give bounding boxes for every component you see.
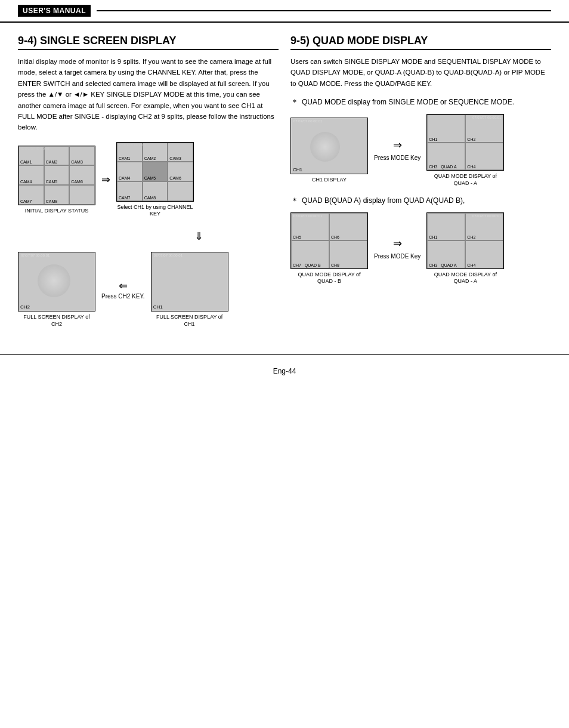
quad-a2-ch4: CH4 <box>465 240 503 269</box>
sel-cam-cell-6: CAM6 <box>168 162 193 181</box>
quad-b-grid: 07/07/07 00:00:01 CH5 CH6 CH7 QUAD B CH8 <box>290 212 368 269</box>
selected-grid: 07/01/05 00:00:01 CAM1 CAM2 CAM3 CAM4 CA… <box>116 142 194 202</box>
footer-label: Eng-44 <box>273 367 296 375</box>
cam-cell-8: CAM8 <box>44 185 70 205</box>
press-ch2-label: Press CH2 KEY. <box>101 292 145 301</box>
press-ch2-area: ⇐ Press CH2 KEY. <box>101 279 145 301</box>
asterisk-1: ＊ <box>290 97 299 108</box>
quad-a2-ch1: CH1 <box>427 213 465 241</box>
sel-cam-cell-4: CAM4 <box>117 162 143 181</box>
ch1-display-container: 07/07/07 00:00:01 CH1 FULL SCREEN DISPLA… <box>151 252 228 328</box>
ch1-fullscreen: 07/07/07 00:00:01 CH1 <box>151 252 228 311</box>
arrow-left-1: ⇐ <box>119 279 128 292</box>
cam-cell-5: CAM5 <box>44 165 70 185</box>
quad-diagram-row-1: 07/07/07 00:00:01 CH1 CH1 DISPLAY ⇒ Pres… <box>290 114 551 187</box>
quad-a-label: QUAD MODE DISPLAY of QUAD - A <box>426 173 504 187</box>
quad-b-ch8: CH8 <box>329 240 367 269</box>
sel-cam-cell-7: CAM7 <box>117 181 143 201</box>
quad-a-ch1: CH1 <box>427 115 465 143</box>
ch1-label: CH1 <box>153 304 226 310</box>
cam-cell-7: CAM7 <box>18 185 44 205</box>
quad-a-container: 07/07/07 00:00:01 CH1 CH2 CH3 QUAD A CH4… <box>426 114 504 187</box>
ch1-fullscreen-label: FULL SCREEN DISPLAY of CH1 <box>151 314 228 328</box>
quad-a2-grid: 07/07/07 00:00:01 CH1 CH2 CH3 QUAD A CH4 <box>426 212 504 269</box>
quad-diagram-row-2: 07/07/07 00:00:01 CH5 CH6 CH7 QUAD B CH8… <box>290 212 551 285</box>
press-mode-area-2: ⇒ Press MODE Key <box>374 237 420 261</box>
ts-quad-b: 07/07/07 00:00:01 <box>292 214 323 218</box>
ch1-single-label: CH1 <box>293 167 366 172</box>
asterisk-2: ＊ <box>290 196 299 206</box>
press-mode-label-1: Press MODE Key <box>374 154 420 162</box>
sel-cam-cell-5: CAM5 <box>143 162 168 181</box>
section-94-title: 9-4) SINGLE SCREEN DISPLAY <box>18 35 279 50</box>
selected-display-container: 07/01/05 00:00:01 CAM1 CAM2 CAM3 CAM4 CA… <box>116 142 194 218</box>
quad-a2-ch3: CH3 QUAD A <box>427 240 465 269</box>
sel-cam-cell-9 <box>168 181 193 201</box>
header: USER'S MANUAL <box>0 0 569 23</box>
note-2-text: QUAD B(QUAD A) display from QUAD A(QUAD … <box>302 196 465 205</box>
footer: Eng-44 <box>0 354 569 387</box>
cam-cell-6: CAM6 <box>69 165 95 185</box>
ts-quad-a2: 07/07/07 00:00:01 <box>471 214 502 218</box>
press-mode-label-2: Press MODE Key <box>374 252 420 261</box>
selected-label: Select CH1 by using CHANNEL KEY <box>116 204 194 218</box>
quad-b-container: 07/07/07 00:00:01 CH5 CH6 CH7 QUAD B CH8… <box>290 212 368 285</box>
down-arrow-area: ⇓ <box>119 227 279 246</box>
press-mode-area-1: ⇒ Press MODE Key <box>374 138 420 162</box>
arrow-right-1: ⇒ <box>101 173 110 186</box>
note-1-text: QUAD MODE display from SINGLE MODE or SE… <box>302 98 514 106</box>
ch2-fullscreen: 07/07/07 00:00:01 CH2 <box>18 252 95 311</box>
quad-a-inner: CH1 CH2 CH3 QUAD A CH4 <box>427 115 503 170</box>
quad-a2-inner: CH1 CH2 CH3 QUAD A CH4 <box>427 213 503 269</box>
ts-ch2: 07/07/07 00:00:01 <box>20 254 51 257</box>
section-94-column: 9-4) SINGLE SCREEN DISPLAY Initial displ… <box>18 35 279 337</box>
main-content: 9-4) SINGLE SCREEN DISPLAY Initial displ… <box>0 35 569 337</box>
quad-b-inner: CH5 CH6 CH7 QUAD B CH8 <box>291 213 367 269</box>
quad-a-ch4: CH4 <box>465 143 503 171</box>
timestamp-2: 07/01/05 00:00:01 <box>118 143 149 147</box>
ch1-single-container: 07/07/07 00:00:01 CH1 CH1 DISPLAY <box>290 118 368 184</box>
ts-quad-a: 07/07/07 00:00:01 <box>471 116 502 119</box>
ch1-single-display: 07/07/07 00:00:01 CH1 <box>290 118 368 174</box>
quad-a2-container: 07/07/07 00:00:01 CH1 CH2 CH3 QUAD A CH4… <box>426 212 504 285</box>
blur-circle-ch2 <box>38 264 70 297</box>
quad-b-ch7: CH7 QUAD B <box>291 240 329 269</box>
section-95-body: Users can switch SINGLE DISPLAY MODE and… <box>290 56 551 89</box>
ts-ch1: 07/07/07 00:00:01 <box>153 254 184 257</box>
cam-cell-3: CAM3 <box>69 146 95 166</box>
quad-a-grid: 07/07/07 00:00:01 CH1 CH2 CH3 QUAD A CH4 <box>426 114 504 171</box>
cam-cell-4: CAM4 <box>18 165 44 185</box>
initial-label: INITIAL DISPLAY STATUS <box>25 208 89 215</box>
down-arrow: ⇓ <box>194 230 203 243</box>
note-2: ＊ QUAD B(QUAD A) display from QUAD A(QUA… <box>290 196 551 206</box>
initial-display-container: 07/01/05 00:00:01 CAM1 CAM2 CAM3 CAM4 CA… <box>18 146 95 215</box>
cam-cell-9 <box>69 185 95 205</box>
diagram-row-1: 07/01/05 00:00:01 CAM1 CAM2 CAM3 CAM4 CA… <box>18 142 279 218</box>
blur-circle-ch1 <box>310 132 340 162</box>
diagram-row-2: 07/07/07 00:00:01 CH2 FULL SCREEN DISPLA… <box>18 252 279 328</box>
quad-b-label: QUAD MODE DISPLAY of QUAD - B <box>290 272 368 285</box>
header-line <box>97 10 551 11</box>
arrow-right-quad-2: ⇒ <box>393 237 402 250</box>
quad-a-ch3: CH3 QUAD A <box>427 143 465 171</box>
section-94-body: Initial display mode of monitor is 9 spl… <box>18 56 279 133</box>
arrow-right-quad-1: ⇒ <box>393 138 402 152</box>
initial-grid: 07/01/05 00:00:01 CAM1 CAM2 CAM3 CAM4 CA… <box>18 146 95 205</box>
ch2-display-container: 07/07/07 00:00:01 CH2 FULL SCREEN DISPLA… <box>18 252 95 328</box>
ch1-display-label: CH1 DISPLAY <box>312 177 347 184</box>
note-1: ＊ QUAD MODE display from SINGLE MODE or … <box>290 98 551 108</box>
quad-a2-label: QUAD MODE DISPLAY of QUAD - A <box>426 272 504 285</box>
ch2-label: CH2 <box>20 304 93 310</box>
sel-cam-cell-3: CAM3 <box>168 143 193 162</box>
sel-cam-cell-8: CAM8 <box>143 181 168 201</box>
ts-ch1-quad: 07/07/07 00:00:01 <box>292 119 323 123</box>
quad-b-ch6: CH6 <box>329 213 367 241</box>
manual-label: USER'S MANUAL <box>18 5 91 17</box>
section-95-column: 9-5) QUAD MODE DISPLAY Users can switch … <box>290 35 551 337</box>
ch2-fullscreen-label: FULL SCREEN DISPLAY of CH2 <box>18 314 95 328</box>
section-95-title: 9-5) QUAD MODE DISPLAY <box>290 35 551 50</box>
timestamp-1: 07/01/05 00:00:01 <box>20 147 51 150</box>
